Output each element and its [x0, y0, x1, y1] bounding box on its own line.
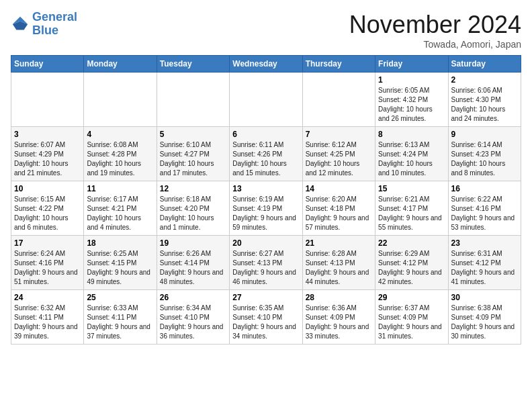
- day-info: Sunrise: 6:35 AM Sunset: 4:10 PM Dayligh…: [232, 304, 299, 341]
- day-info: Sunrise: 6:22 AM Sunset: 4:16 PM Dayligh…: [451, 195, 518, 232]
- day-number: 10: [14, 184, 81, 193]
- day-info: Sunrise: 6:26 AM Sunset: 4:14 PM Dayligh…: [160, 249, 226, 287]
- day-number: 25: [87, 293, 153, 302]
- day-info: Sunrise: 6:10 AM Sunset: 4:27 PM Dayligh…: [160, 140, 226, 178]
- calendar-cell: [230, 73, 302, 127]
- day-number: 26: [160, 293, 226, 302]
- weekday-thursday: Thursday: [302, 56, 375, 73]
- logo-blue: Blue: [32, 24, 77, 38]
- logo-icon: [11, 15, 30, 34]
- calendar-body: 1Sunrise: 6:05 AM Sunset: 4:32 PM Daylig…: [11, 73, 521, 345]
- day-info: Sunrise: 6:37 AM Sunset: 4:09 PM Dayligh…: [378, 304, 445, 341]
- calendar-week-3: 10Sunrise: 6:15 AM Sunset: 4:22 PM Dayli…: [11, 181, 521, 236]
- day-info: Sunrise: 6:13 AM Sunset: 4:24 PM Dayligh…: [378, 140, 445, 178]
- weekday-monday: Monday: [84, 56, 157, 73]
- day-number: 20: [232, 238, 299, 248]
- logo-text: General Blue: [32, 11, 77, 38]
- weekday-header-row: SundayMondayTuesdayWednesdayThursdayFrid…: [11, 56, 521, 73]
- calendar-cell: [84, 73, 157, 127]
- calendar-cell: 23Sunrise: 6:31 AM Sunset: 4:12 PM Dayli…: [448, 236, 521, 290]
- day-number: 9: [451, 130, 518, 139]
- calendar-cell: 30Sunrise: 6:38 AM Sunset: 4:09 PM Dayli…: [448, 290, 521, 345]
- calendar-cell: 18Sunrise: 6:25 AM Sunset: 4:15 PM Dayli…: [84, 236, 157, 290]
- calendar-cell: 17Sunrise: 6:24 AM Sunset: 4:16 PM Dayli…: [11, 236, 84, 290]
- weekday-tuesday: Tuesday: [157, 56, 229, 73]
- day-number: 27: [232, 293, 299, 302]
- logo: General Blue: [11, 11, 77, 38]
- calendar-cell: 6Sunrise: 6:11 AM Sunset: 4:26 PM Daylig…: [230, 127, 302, 181]
- day-info: Sunrise: 6:06 AM Sunset: 4:30 PM Dayligh…: [451, 86, 518, 124]
- calendar-cell: 27Sunrise: 6:35 AM Sunset: 4:10 PM Dayli…: [230, 290, 302, 345]
- calendar-cell: 11Sunrise: 6:17 AM Sunset: 4:21 PM Dayli…: [84, 181, 157, 236]
- calendar-cell: 14Sunrise: 6:20 AM Sunset: 4:18 PM Dayli…: [302, 181, 375, 236]
- day-info: Sunrise: 6:28 AM Sunset: 4:13 PM Dayligh…: [306, 249, 372, 287]
- day-number: 15: [378, 184, 445, 193]
- calendar-cell: 29Sunrise: 6:37 AM Sunset: 4:09 PM Dayli…: [375, 290, 448, 345]
- calendar-cell: 10Sunrise: 6:15 AM Sunset: 4:22 PM Dayli…: [11, 181, 84, 236]
- calendar-cell: 25Sunrise: 6:33 AM Sunset: 4:11 PM Dayli…: [84, 290, 157, 345]
- day-number: 7: [306, 130, 372, 139]
- calendar-cell: 8Sunrise: 6:13 AM Sunset: 4:24 PM Daylig…: [375, 127, 448, 181]
- day-info: Sunrise: 6:31 AM Sunset: 4:12 PM Dayligh…: [451, 249, 518, 287]
- calendar-cell: 12Sunrise: 6:18 AM Sunset: 4:20 PM Dayli…: [157, 181, 229, 236]
- calendar-cell: 3Sunrise: 6:07 AM Sunset: 4:29 PM Daylig…: [11, 127, 84, 181]
- calendar-cell: 26Sunrise: 6:34 AM Sunset: 4:10 PM Dayli…: [157, 290, 229, 345]
- day-number: 14: [306, 184, 372, 193]
- day-info: Sunrise: 6:08 AM Sunset: 4:28 PM Dayligh…: [87, 140, 153, 178]
- title-area: November 2024 Towada, Aomori, Japan: [349, 11, 521, 50]
- day-number: 21: [306, 238, 372, 248]
- day-number: 28: [306, 293, 372, 302]
- day-info: Sunrise: 6:19 AM Sunset: 4:19 PM Dayligh…: [232, 195, 299, 232]
- day-number: 30: [451, 293, 518, 302]
- weekday-sunday: Sunday: [11, 56, 84, 73]
- calendar-cell: 21Sunrise: 6:28 AM Sunset: 4:13 PM Dayli…: [302, 236, 375, 290]
- day-info: Sunrise: 6:29 AM Sunset: 4:12 PM Dayligh…: [378, 249, 445, 287]
- day-info: Sunrise: 6:24 AM Sunset: 4:16 PM Dayligh…: [14, 249, 81, 287]
- day-number: 11: [87, 184, 153, 193]
- page-header: General Blue November 2024 Towada, Aomor…: [11, 11, 521, 50]
- calendar-cell: 5Sunrise: 6:10 AM Sunset: 4:27 PM Daylig…: [157, 127, 229, 181]
- calendar-week-1: 1Sunrise: 6:05 AM Sunset: 4:32 PM Daylig…: [11, 73, 521, 127]
- day-info: Sunrise: 6:34 AM Sunset: 4:10 PM Dayligh…: [160, 304, 226, 341]
- day-number: 18: [87, 238, 153, 248]
- day-info: Sunrise: 6:07 AM Sunset: 4:29 PM Dayligh…: [14, 140, 81, 178]
- calendar-cell: 9Sunrise: 6:14 AM Sunset: 4:23 PM Daylig…: [448, 127, 521, 181]
- day-info: Sunrise: 6:38 AM Sunset: 4:09 PM Dayligh…: [451, 304, 518, 341]
- month-title: November 2024: [349, 11, 521, 39]
- weekday-wednesday: Wednesday: [230, 56, 302, 73]
- day-number: 23: [451, 238, 518, 248]
- day-number: 12: [160, 184, 226, 193]
- day-number: 8: [378, 130, 445, 139]
- day-info: Sunrise: 6:14 AM Sunset: 4:23 PM Dayligh…: [451, 140, 518, 178]
- day-info: Sunrise: 6:05 AM Sunset: 4:32 PM Dayligh…: [378, 86, 445, 124]
- calendar-cell: 13Sunrise: 6:19 AM Sunset: 4:19 PM Dayli…: [230, 181, 302, 236]
- calendar-week-5: 24Sunrise: 6:32 AM Sunset: 4:11 PM Dayli…: [11, 290, 521, 345]
- day-info: Sunrise: 6:20 AM Sunset: 4:18 PM Dayligh…: [306, 195, 372, 232]
- calendar-cell: 22Sunrise: 6:29 AM Sunset: 4:12 PM Dayli…: [375, 236, 448, 290]
- day-info: Sunrise: 6:12 AM Sunset: 4:25 PM Dayligh…: [306, 140, 372, 178]
- calendar-cell: 4Sunrise: 6:08 AM Sunset: 4:28 PM Daylig…: [84, 127, 157, 181]
- day-info: Sunrise: 6:33 AM Sunset: 4:11 PM Dayligh…: [87, 304, 153, 341]
- day-number: 13: [232, 184, 299, 193]
- day-number: 24: [14, 293, 81, 302]
- day-info: Sunrise: 6:32 AM Sunset: 4:11 PM Dayligh…: [14, 304, 81, 341]
- day-number: 19: [160, 238, 226, 248]
- calendar-cell: 16Sunrise: 6:22 AM Sunset: 4:16 PM Dayli…: [448, 181, 521, 236]
- calendar-cell: 28Sunrise: 6:36 AM Sunset: 4:09 PM Dayli…: [302, 290, 375, 345]
- logo-general: General: [32, 10, 77, 24]
- day-number: 1: [378, 75, 445, 85]
- day-number: 5: [160, 130, 226, 139]
- calendar-table: SundayMondayTuesdayWednesdayThursdayFrid…: [11, 55, 521, 345]
- day-number: 16: [451, 184, 518, 193]
- day-number: 3: [14, 130, 81, 139]
- calendar-cell: 24Sunrise: 6:32 AM Sunset: 4:11 PM Dayli…: [11, 290, 84, 345]
- day-info: Sunrise: 6:11 AM Sunset: 4:26 PM Dayligh…: [232, 140, 299, 178]
- day-number: 2: [451, 75, 518, 85]
- calendar-cell: [302, 73, 375, 127]
- day-info: Sunrise: 6:17 AM Sunset: 4:21 PM Dayligh…: [87, 195, 153, 232]
- calendar-cell: 2Sunrise: 6:06 AM Sunset: 4:30 PM Daylig…: [448, 73, 521, 127]
- calendar-cell: 19Sunrise: 6:26 AM Sunset: 4:14 PM Dayli…: [157, 236, 229, 290]
- day-number: 22: [378, 238, 445, 248]
- day-info: Sunrise: 6:27 AM Sunset: 4:13 PM Dayligh…: [232, 249, 299, 287]
- day-number: 4: [87, 130, 153, 139]
